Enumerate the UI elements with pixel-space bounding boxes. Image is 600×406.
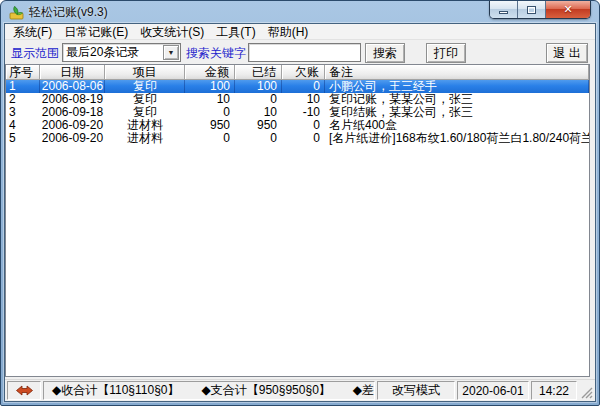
search-input[interactable] [248,43,361,62]
search-label: 搜索关键字 [186,43,246,63]
table-cell: 复印记账，某某公司，张三 [325,93,589,106]
table-row[interactable]: 12006-08-06复印1001000小鹏公司，王三经手 [6,80,589,93]
chevron-down-icon[interactable]: ▼ [163,45,179,60]
table-cell: 名片纸400盒 [325,119,589,132]
column-header-1[interactable]: 日期 [40,65,105,80]
table-cell: 100 [235,80,282,93]
window-title: 轻松记账(v9.3) [29,4,108,21]
maximize-button[interactable] [518,1,546,18]
table-cell: 0 [282,119,325,132]
table-cell: 2006-08-19 [40,93,105,106]
table-cell: 复印结账，某某公司，张三 [325,106,589,119]
toolbar: 显示范围 最后20条记录 ▼ 搜索关键字 搜索 打印 退 出 [5,40,595,64]
menu-item-3[interactable]: 工具(T) [210,24,261,40]
column-header-5[interactable]: 欠账 [282,65,325,80]
table-body: 12006-08-06复印1001000小鹏公司，王三经手22006-08-19… [6,80,589,145]
table-cell: 10 [185,93,235,106]
range-select[interactable]: 最后20条记录 ▼ [62,43,181,62]
table-cell: 进材料 [105,132,185,145]
menu-bar: 系统(F)日常记账(E)收支统计(S)工具(T)帮助(H) [5,24,595,40]
minimize-button[interactable] [490,1,518,18]
records-table: 序号日期项目金额已结欠账备注 12006-08-06复印1001000小鹏公司，… [5,64,590,377]
table-cell: 0 [235,132,282,145]
status-time: 14:22 [539,384,569,398]
table-cell: 2006-09-20 [40,119,105,132]
table-cell: 小鹏公司，王三经手 [325,80,589,93]
column-header-0[interactable]: 序号 [6,65,40,80]
table-row[interactable]: 22006-08-19复印10010复印记账，某某公司，张三 [6,93,589,106]
table-cell: [名片纸进价]168布纹1.60/180荷兰白1.80/240荷兰白2.20 [325,132,589,145]
table-cell: 0 [282,80,325,93]
app-window: 轻松记账(v9.3) ✕ 系统(F)日常记账(E)收支统计(S)工具(T)帮助(… [0,0,600,406]
client-area: 系统(F)日常记账(E)收支统计(S)工具(T)帮助(H) 显示范围 最后20条… [4,23,596,402]
print-button[interactable]: 打印 [426,43,466,63]
table-cell: 进材料 [105,119,185,132]
table-cell: 1 [6,80,40,93]
table-cell: 复印 [105,80,185,93]
column-header-6[interactable]: 备注 [325,65,589,80]
status-icon-panel [7,381,41,400]
range-selected-value: 最后20条记录 [63,44,163,61]
table-cell: 10 [282,93,325,106]
table-cell: 950 [185,119,235,132]
menu-item-1[interactable]: 日常记账(E) [58,24,134,40]
menu-item-0[interactable]: 系统(F) [7,24,58,40]
table-header-row: 序号日期项目金额已结欠账备注 [6,65,589,80]
income-total: ◆收合计【110§110§0】 [52,382,180,399]
table-cell: 2006-09-18 [40,106,105,119]
mode-label: 改写模式 [392,382,440,399]
column-header-2[interactable]: 项目 [105,65,185,80]
menu-item-2[interactable]: 收支统计(S) [134,24,210,40]
table-cell: 0 [185,106,235,119]
range-label: 显示范围 [11,43,59,63]
table-cell: 复印 [105,106,185,119]
caption-buttons: ✕ [489,1,591,19]
table-cell: 10 [235,106,282,119]
totals-panel: ◆收合计【110§110§0】 ◆支合计【950§950§0】 ◆差额【-840… [43,381,375,400]
column-header-4[interactable]: 已结 [235,65,282,80]
titlebar[interactable]: 轻松记账(v9.3) ✕ [1,1,599,23]
time-panel: 14:22 [531,381,577,400]
table-cell: -10 [282,106,325,119]
resize-grip-icon [581,387,593,399]
swap-arrows-icon [16,385,33,396]
table-row[interactable]: 42006-09-20进材料9509500名片纸400盒 [6,119,589,132]
search-button[interactable]: 搜索 [365,43,405,63]
close-icon: ✕ [563,4,572,15]
table-row[interactable]: 32006-09-18复印010-10复印结账，某某公司，张三 [6,106,589,119]
status-date: 2020-06-01 [462,384,523,398]
maximize-icon [527,6,536,14]
expense-total: ◆支合计【950§950§0】 [202,382,331,399]
exit-button[interactable]: 退 出 [546,43,588,63]
table-cell: 0 [282,132,325,145]
date-panel: 2020-06-01 [457,381,529,400]
app-icon [9,5,24,20]
table-row[interactable]: 52006-09-20进材料000[名片纸进价]168布纹1.60/180荷兰白… [6,132,589,145]
table-cell: 5 [6,132,40,145]
table-cell: 950 [235,119,282,132]
table-cell: 100 [185,80,235,93]
table-cell: 2006-09-20 [40,132,105,145]
table-cell: 3 [6,106,40,119]
table-cell: 4 [6,119,40,132]
close-button[interactable]: ✕ [546,1,590,18]
table-cell: 0 [235,93,282,106]
table-cell: 2 [6,93,40,106]
minimize-icon [499,11,508,14]
table-cell: 2006-08-06 [40,80,105,93]
status-bar: ◆收合计【110§110§0】 ◆支合计【950§950§0】 ◆差额【-840… [5,379,595,401]
column-header-3[interactable]: 金额 [185,65,235,80]
menu-item-4[interactable]: 帮助(H) [262,24,315,40]
mode-panel[interactable]: 改写模式 [377,381,455,400]
table-cell: 复印 [105,93,185,106]
table-cell: 0 [185,132,235,145]
difference-total: ◆差额【-840§-840§0】 [353,382,375,399]
resize-grip[interactable] [579,381,594,400]
